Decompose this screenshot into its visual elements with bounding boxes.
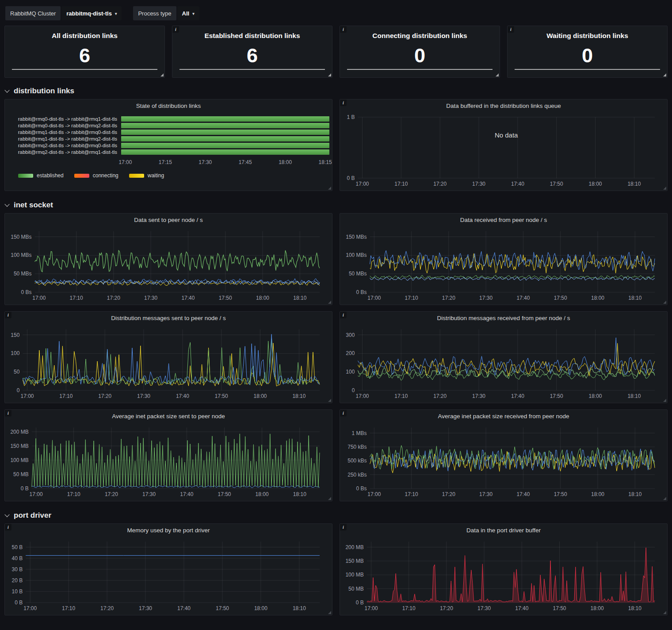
svg-text:17:10: 17:10: [394, 393, 408, 399]
legend-item[interactable]: established: [18, 172, 64, 179]
section-inet-socket[interactable]: inet socket: [5, 197, 672, 213]
panel-title[interactable]: Distribution messages sent to peer node …: [5, 312, 332, 324]
svg-text:17:10: 17:10: [67, 491, 80, 497]
cluster-variable-picker[interactable]: rabbitmq-dist-tls ▾: [61, 6, 122, 20]
row-packet-sizes: i Average inet packet size sent to peer …: [4, 409, 668, 501]
state-timeline-chart[interactable]: rabbit@rmq0-dist-tls -> rabbit@rmq1-dist…: [8, 113, 329, 189]
info-icon[interactable]: i: [5, 410, 11, 416]
packet-size-received-chart[interactable]: 0 Bs250 kBs500 kBs750 kBs1 MBs17:0017:10…: [343, 423, 664, 499]
packet-size-sent-chart[interactable]: 0 B50 MB100 MB150 MB200 MB17:0017:1017:2…: [8, 423, 329, 499]
resize-handle[interactable]: [328, 73, 331, 76]
panel-port-driver-buffer: i Data in the port driver buffer 0 B50 M…: [340, 523, 668, 615]
messages-sent-chart[interactable]: 05010015017:0017:1017:2017:3017:4017:501…: [8, 325, 329, 401]
panel-title[interactable]: Average inet packet size received from p…: [340, 410, 667, 422]
state-bar-established[interactable]: [121, 130, 329, 135]
resize-handle[interactable]: [663, 73, 666, 76]
stat-title[interactable]: Connecting distribution links: [372, 32, 467, 40]
info-icon[interactable]: i: [340, 524, 347, 531]
stat-panel-all-distribution-links: All distribution links 6: [4, 26, 165, 78]
svg-text:250 kBs: 250 kBs: [347, 472, 367, 478]
data-sent-chart[interactable]: 0 Bs50 MBs100 MBs150 MBs17:0017:1017:201…: [8, 227, 329, 303]
info-icon[interactable]: i: [340, 312, 347, 318]
svg-text:150 MB: 150 MB: [10, 443, 28, 449]
resize-handle[interactable]: [328, 497, 331, 500]
info-icon[interactable]: i: [340, 99, 347, 106]
data-received-chart[interactable]: 0 Bs50 MBs100 MBs150 MBs17:0017:1017:201…: [343, 227, 664, 303]
svg-text:0 Bs: 0 Bs: [356, 485, 367, 492]
resize-handle[interactable]: [663, 611, 666, 614]
state-row: rabbit@rmq0-dist-tls -> rabbit@rmq2-dist…: [8, 123, 329, 128]
panel-title[interactable]: Data sent to peer node / s: [5, 214, 332, 226]
chevron-down-icon: [4, 88, 9, 92]
state-bar-established[interactable]: [121, 143, 329, 148]
svg-text:18:10: 18:10: [628, 295, 641, 301]
panel-title[interactable]: Distribution messages received from peer…: [340, 312, 667, 324]
resize-handle[interactable]: [160, 73, 164, 76]
panel-title[interactable]: Memory used by the port driver: [5, 524, 332, 536]
resize-handle[interactable]: [663, 399, 666, 402]
panel-title[interactable]: Data buffered in the distribution links …: [340, 99, 667, 112]
stat-value: 6: [79, 40, 90, 71]
info-icon[interactable]: i: [5, 312, 11, 318]
cluster-variable-value: rabbitmq-dist-tls: [66, 10, 112, 17]
buffered-chart[interactable]: 0 B1 B17:0017:1017:2017:3017:4017:5018:0…: [343, 113, 664, 189]
port-memory-chart[interactable]: 0 B10 B20 B30 B40 B50 B17:0017:1017:2017…: [8, 537, 329, 613]
resize-handle[interactable]: [328, 187, 331, 190]
resize-handle[interactable]: [328, 611, 331, 614]
section-port-driver[interactable]: port driver: [5, 508, 672, 523]
process-type-variable-label: Process type: [133, 6, 176, 20]
svg-text:200 MB: 200 MB: [10, 429, 28, 435]
messages-received-chart[interactable]: 010020030017:0017:1017:2017:3017:4017:50…: [343, 325, 664, 401]
var-group-cluster: RabbitMQ Cluster rabbitmq-dist-tls ▾: [5, 6, 122, 20]
info-icon[interactable]: i: [508, 26, 514, 33]
legend-item[interactable]: connecting: [74, 172, 118, 179]
state-bar-established[interactable]: [121, 136, 329, 141]
process-type-variable-picker[interactable]: All ▾: [177, 6, 199, 20]
resize-handle[interactable]: [663, 497, 666, 500]
section-distribution-links[interactable]: distribution links: [5, 83, 672, 99]
info-icon[interactable]: i: [340, 410, 347, 416]
panel-title[interactable]: Data in the port driver buffer: [340, 524, 667, 536]
svg-text:17:30: 17:30: [472, 393, 485, 399]
svg-text:17:00: 17:00: [367, 491, 381, 497]
resize-handle[interactable]: [496, 73, 499, 76]
resize-handle[interactable]: [328, 301, 331, 304]
state-bar-established[interactable]: [121, 149, 329, 155]
info-icon[interactable]: i: [340, 26, 347, 33]
svg-text:17:00: 17:00: [30, 491, 43, 497]
svg-text:17:40: 17:40: [516, 491, 530, 497]
info-icon[interactable]: i: [5, 524, 11, 531]
resize-handle[interactable]: [328, 399, 331, 402]
stat-title[interactable]: All distribution links: [52, 32, 118, 40]
svg-text:17:00: 17:00: [367, 295, 381, 301]
resize-handle[interactable]: [663, 301, 666, 304]
svg-text:200: 200: [346, 350, 355, 356]
x-tick-label: 17:45: [239, 159, 252, 165]
svg-text:18:00: 18:00: [256, 491, 269, 497]
svg-text:20 B: 20 B: [12, 577, 23, 584]
svg-text:17:40: 17:40: [181, 295, 195, 301]
panel-messages-received: i Distribution messages received from pe…: [340, 311, 668, 403]
svg-text:17:40: 17:40: [515, 605, 528, 611]
svg-text:17:20: 17:20: [442, 295, 455, 301]
stat-value: 0: [582, 40, 593, 71]
state-rows: rabbit@rmq0-dist-tls -> rabbit@rmq1-dist…: [8, 116, 329, 155]
info-icon[interactable]: i: [172, 26, 179, 33]
panel-title[interactable]: Average inet packet size sent to peer no…: [5, 410, 332, 422]
state-bar-established[interactable]: [121, 123, 329, 128]
legend-swatch: [129, 174, 144, 178]
panel-title[interactable]: State of distribution links: [5, 99, 332, 112]
svg-text:150 MBs: 150 MBs: [11, 234, 31, 240]
svg-text:17:30: 17:30: [139, 605, 152, 611]
port-buffer-chart[interactable]: 0 B50 MB100 MB150 MB200 MB17:0017:1017:2…: [343, 537, 664, 613]
stat-title[interactable]: Established distribution links: [204, 32, 300, 40]
stat-title[interactable]: Waiting distribution links: [546, 32, 628, 40]
legend-swatch: [74, 174, 89, 178]
resize-handle[interactable]: [663, 187, 666, 190]
svg-text:17:20: 17:20: [433, 393, 447, 399]
state-bar-established[interactable]: [121, 116, 329, 122]
svg-text:18:10: 18:10: [293, 295, 306, 301]
svg-text:1 B: 1 B: [347, 114, 355, 120]
panel-title[interactable]: Data received from peer node / s: [340, 214, 667, 226]
legend-item[interactable]: waiting: [129, 172, 164, 179]
